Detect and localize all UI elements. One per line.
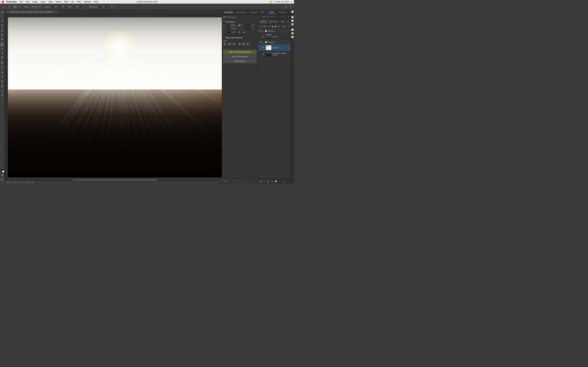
smoothing-value[interactable]: 10% [99,5,107,8]
brush-preset-picker[interactable] [1,4,6,9]
link-layers-btn[interactable]: 🔗 [259,180,262,183]
history-brush-tool[interactable] [0,51,4,55]
adjustments-side-icon[interactable] [291,19,294,22]
opacity-chevron[interactable]: ▼ [286,20,290,23]
align-left-edge-btn[interactable] [223,42,227,46]
clone-stamp-tool[interactable] [0,47,4,51]
fill-chevron[interactable]: ▼ [288,25,290,28]
h-scrollbar[interactable] [8,179,222,181]
tab-scroll-left[interactable]: ◀ [5,11,8,13]
paths-tab[interactable]: Paths [258,10,267,14]
select-subject-btn[interactable]: Select Subject [223,59,257,63]
lock-artboards-btn[interactable]: 🔒 [271,25,274,28]
props-icon-5[interactable]: 3D [239,179,242,183]
pen-tool[interactable] [0,70,4,74]
pressure-btn[interactable] [284,5,288,8]
layer-9-item[interactable]: 👁 Layer 9 [258,44,291,51]
window-menu[interactable]: Window [83,1,92,3]
align-right-edge-btn[interactable] [232,42,236,46]
group-5-expand[interactable]: ▼ [262,41,264,43]
align-center-v-btn[interactable] [242,42,246,46]
add-group-btn[interactable]: 📁 [274,180,277,183]
layer-blend-mode[interactable]: Normal [259,20,272,24]
layer-menu[interactable]: Layer [40,1,46,3]
canvas-tab-close[interactable]: ✕ [54,11,55,13]
add-layer-style-btn[interactable]: ƒx [263,180,266,183]
layers-tab[interactable]: Layers [267,10,276,14]
lock-pixels-btn[interactable]: ✏ [266,25,268,28]
filter-shape-btn[interactable] [280,15,283,18]
filter-type-btn[interactable]: T [277,15,280,18]
flow-tablet-btn[interactable] [82,5,86,8]
delete-layer-btn[interactable]: 🗑 [282,180,285,183]
transform-x-input[interactable] [244,24,255,26]
healing-brush-tool[interactable] [0,37,4,41]
lock-position-btn[interactable]: ✥ [269,25,270,28]
hand-tool[interactable] [0,89,4,92]
channels-tab[interactable]: Channels [276,10,288,14]
select-menu[interactable]: Select [55,1,62,3]
eyedropper-tool[interactable] [0,33,4,37]
flow-value[interactable]: 100% [73,5,81,8]
move-tool[interactable] [0,10,4,14]
more-tools-btn[interactable]: ··· [0,98,4,102]
filter-menu[interactable]: Filter [63,1,69,3]
raw-layer-item[interactable]: 👁 20161029_144615-2.CR2 [258,51,291,58]
more-options-btn[interactable]: ··· [254,47,257,50]
shape-tool[interactable] [0,84,4,88]
type-menu[interactable]: Type [48,1,53,3]
screen-mode-btn[interactable] [0,178,4,182]
properties-tab[interactable]: Properties [223,11,234,14]
remove-background-btn[interactable]: Remove Background [223,55,257,58]
path-selection-tool[interactable] [0,79,4,83]
opacity-airbrush-btn[interactable] [61,5,65,8]
add-layer-btn[interactable]: + [278,180,281,183]
lock-all-btn[interactable]: 🔒 [274,25,277,28]
group-6-expand[interactable]: ▼ [262,30,264,32]
props-icon-1[interactable] [223,179,226,183]
symmetry-btn[interactable] [289,5,293,8]
eraser-tool[interactable] [0,55,4,59]
transform-y-input[interactable] [244,27,255,30]
fg-bg-colors[interactable] [0,169,4,172]
dodge-tool[interactable] [0,65,4,69]
add-adjustment-btn[interactable]: ◑ [270,180,274,183]
layer-7-eye[interactable]: 👁 [262,35,265,38]
tab-scroll-right[interactable]: ▶ [57,11,60,13]
type-tool[interactable] [0,75,4,79]
filter-toggle-btn[interactable]: ● [287,15,290,18]
props-icon-3[interactable]: T [231,179,234,183]
layer-filter-select[interactable]: Kind [261,15,269,18]
brush-tool[interactable] [0,43,4,47]
add-mask-btn[interactable] [267,180,270,183]
h-scroll-track[interactable] [9,179,221,181]
align-distribute-layers-btn[interactable]: Align and Distribute Layers [223,50,257,54]
link-wh-icon[interactable]: 🔗 [238,24,241,26]
layers-list[interactable]: 👁 ▼ 📁 Group 6 👁 Layer 7 [258,29,291,179]
h-scroll-thumb[interactable] [72,179,157,181]
align-bottom-edge-btn[interactable] [246,42,250,46]
layers-side-icon[interactable] [291,32,294,35]
brush-size-display[interactable]: 35 [7,4,12,9]
apple-menu[interactable]: 🍎 [1,0,4,3]
3d-menu[interactable]: 3D [71,1,75,3]
transform-h-input[interactable] [226,27,237,30]
image-menu[interactable]: Image [32,1,38,3]
transform-w-input[interactable] [226,24,237,26]
props-icon-2[interactable]: fx [227,179,230,183]
quick-select-tool[interactable] [0,23,4,27]
angle-input[interactable] [226,31,236,34]
zoom-tool[interactable] [0,93,4,97]
filter-adjustment-btn[interactable] [274,15,277,18]
layer-9-eye[interactable]: 👁 [262,46,265,49]
align-center-h-btn[interactable] [228,42,232,46]
flip-h-btn[interactable] [237,31,241,34]
fx-side-icon[interactable]: fx [291,28,294,31]
raw-layer-eye[interactable]: 👁 [262,53,265,56]
histogram-tab[interactable]: Histogram [248,11,259,14]
lasso-tool[interactable] [0,19,4,23]
canvas-image-area[interactable] [8,17,222,178]
lock-checkerboard-btn[interactable] [264,25,266,28]
props-icon-4[interactable] [235,179,238,183]
view-menu[interactable]: View [76,1,82,3]
